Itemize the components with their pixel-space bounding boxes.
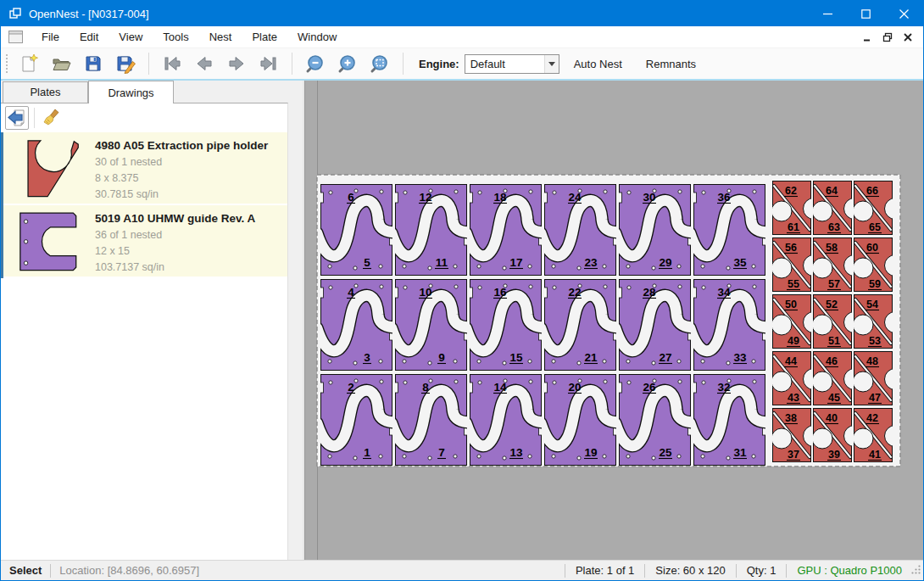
menu-window[interactable]: Window: [287, 27, 347, 47]
drawing-nested-count: 30 of 1 nested: [95, 154, 284, 170]
status-qty: Qty: 1: [745, 564, 778, 577]
statusbar-separator: [565, 564, 565, 578]
save-icon: [83, 53, 103, 74]
save-as-button[interactable]: [111, 51, 140, 76]
first-plate-icon: [162, 53, 182, 74]
svg-text:34: 34: [717, 286, 731, 299]
status-gpu: GPU : Quadro P1000: [795, 564, 904, 577]
zoom-in-button[interactable]: [333, 51, 362, 76]
last-plate-button[interactable]: [254, 51, 283, 76]
drawing-area: 30.7815 sq/in: [95, 187, 284, 203]
next-plate-icon: [226, 53, 247, 74]
status-plate-size: Size: 60 x 120: [654, 564, 726, 577]
svg-text:8: 8: [422, 381, 429, 394]
main-toolbar: Engine: Default Auto Nest Remnants: [1, 48, 923, 81]
svg-text:52: 52: [826, 299, 838, 310]
svg-text:38: 38: [785, 412, 797, 424]
engine-dropdown-value: Default: [465, 55, 544, 73]
menu-edit[interactable]: Edit: [70, 27, 109, 47]
menu-plate[interactable]: Plate: [242, 27, 287, 47]
statusbar-separator: [50, 564, 51, 578]
window-title: OpenNest - [N0317-004]: [29, 8, 149, 20]
minimize-button[interactable]: [809, 1, 847, 26]
auto-nest-button[interactable]: Auto Nest: [565, 52, 632, 76]
svg-text:56: 56: [785, 242, 797, 254]
clean-button[interactable]: [40, 106, 64, 130]
nested-part-pair: 1817: [466, 185, 546, 276]
zoom-out-button[interactable]: [301, 51, 330, 76]
engine-label: Engine:: [419, 58, 459, 70]
svg-text:5: 5: [364, 256, 370, 269]
menu-tools[interactable]: Tools: [153, 27, 198, 47]
menu-nest[interactable]: Nest: [199, 27, 242, 47]
menu-file[interactable]: File: [31, 27, 70, 47]
svg-text:22: 22: [568, 286, 581, 299]
maximize-button[interactable]: [847, 1, 885, 26]
svg-text:1: 1: [364, 446, 370, 459]
mdi-close-icon[interactable]: [899, 30, 916, 45]
drawing-size: 8 x 8.375: [95, 170, 284, 187]
zoom-extents-button[interactable]: [365, 51, 394, 76]
nested-part-pair: 2221: [541, 280, 621, 371]
svg-text:9: 9: [438, 351, 445, 364]
svg-text:65: 65: [869, 221, 881, 233]
tab-plates[interactable]: Plates: [3, 81, 88, 103]
drawing-title: 4980 A05 Extraction pipe holder: [95, 139, 284, 152]
nested-part-pair: 1413: [466, 375, 546, 466]
previous-plate-button[interactable]: [190, 51, 219, 76]
chevron-down-icon[interactable]: [544, 55, 559, 73]
svg-text:37: 37: [788, 449, 799, 461]
document-window-icon[interactable]: [8, 31, 23, 43]
svg-text:26: 26: [643, 381, 656, 394]
zoom-in-icon: [337, 53, 358, 74]
svg-text:43: 43: [788, 392, 799, 404]
nested-part-pair: 109: [392, 280, 471, 371]
engine-dropdown[interactable]: Default: [465, 54, 559, 74]
drawing-size: 12 x 15: [95, 243, 284, 260]
last-plate-icon: [259, 53, 279, 74]
svg-text:31: 31: [733, 446, 747, 459]
nested-part-pair: 2625: [615, 375, 695, 466]
svg-text:29: 29: [659, 256, 671, 269]
next-plate-button[interactable]: [222, 51, 251, 76]
menu-view[interactable]: View: [109, 27, 153, 47]
svg-text:57: 57: [828, 278, 840, 290]
toolbar-separator: [403, 53, 404, 75]
svg-text:24: 24: [568, 191, 582, 204]
sidebar: Plates Drawings: [1, 81, 303, 560]
nested-part-pair: 21: [317, 375, 397, 466]
svg-text:54: 54: [866, 299, 878, 310]
toolbar-grip[interactable]: [4, 53, 9, 75]
zoom-extents-icon: [370, 53, 390, 74]
import-drawing-button[interactable]: [5, 106, 29, 130]
svg-text:2: 2: [348, 381, 354, 394]
svg-text:25: 25: [659, 446, 672, 459]
plate-drawing[interactable]: 6512111817242330293635431091615222128273…: [305, 81, 923, 560]
drawing-item-4980[interactable]: 4980 A05 Extraction pipe holder 30 of 1 …: [3, 132, 287, 205]
status-bar: Select Location: [84.8696, 60.6957] Plat…: [1, 560, 923, 580]
mdi-minimize-icon[interactable]: [859, 30, 876, 45]
svg-text:62: 62: [785, 185, 797, 197]
svg-text:49: 49: [788, 335, 799, 347]
nest-canvas[interactable]: 6512111817242330293635431091615222128273…: [305, 81, 923, 560]
remnants-button[interactable]: Remnants: [637, 52, 705, 76]
drawings-toolbar: [1, 103, 287, 132]
svg-text:6: 6: [348, 191, 354, 204]
resize-grip[interactable]: [910, 564, 921, 578]
drawing-item-5019[interactable]: 5019 A10 UHMW guide Rev. A 36 of 1 neste…: [3, 205, 287, 278]
svg-text:63: 63: [828, 221, 840, 233]
first-plate-button[interactable]: [158, 51, 186, 76]
save-button[interactable]: [79, 51, 108, 76]
close-button[interactable]: [885, 1, 923, 26]
app-icon: [8, 7, 22, 20]
nested-part-pair: 65: [317, 185, 397, 276]
new-drawing-button[interactable]: [14, 51, 43, 76]
mdi-restore-icon[interactable]: [879, 30, 896, 45]
tab-drawings[interactable]: Drawings: [88, 81, 174, 103]
nested-part-pair: 2019: [541, 375, 621, 466]
svg-text:51: 51: [828, 335, 840, 347]
svg-text:45: 45: [828, 392, 840, 404]
open-button[interactable]: [47, 51, 75, 76]
svg-text:18: 18: [493, 191, 507, 204]
svg-text:4: 4: [348, 286, 354, 299]
